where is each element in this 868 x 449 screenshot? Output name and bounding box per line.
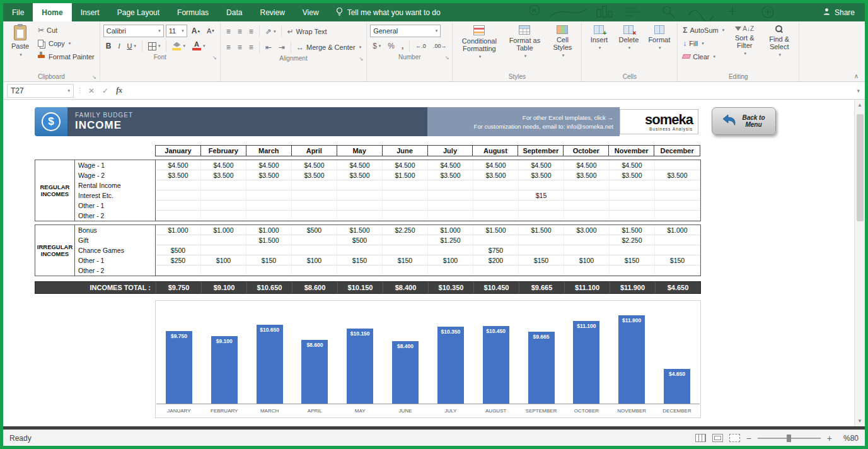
chart-bar[interactable]: $8.400 — [392, 341, 419, 404]
value-cell[interactable]: $4.500 — [292, 160, 337, 170]
number-dialog-launcher-icon[interactable]: ↘ — [445, 55, 449, 61]
total-cell[interactable]: $11.100 — [564, 282, 610, 293]
total-cell[interactable]: $9.665 — [519, 282, 564, 293]
value-cell[interactable] — [246, 201, 292, 211]
value-cell[interactable]: $150 — [610, 255, 655, 265]
value-cell[interactable] — [383, 211, 428, 221]
value-cell[interactable] — [246, 265, 292, 276]
value-cell[interactable]: $2.250 — [610, 235, 655, 245]
value-cell[interactable] — [201, 265, 246, 276]
value-cell[interactable]: $1.500 — [519, 225, 564, 235]
month-header-cell[interactable]: April — [292, 146, 337, 156]
back-to-menu-button[interactable]: Back to Menu — [712, 107, 776, 135]
value-cell[interactable] — [610, 211, 655, 221]
font-dialog-launcher-icon[interactable]: ↘ — [212, 55, 217, 61]
value-cell[interactable]: $3.500 — [610, 170, 655, 180]
value-cell[interactable] — [519, 201, 564, 211]
value-cell[interactable] — [201, 211, 246, 221]
value-cell[interactable] — [383, 245, 428, 255]
value-cell[interactable]: $750 — [473, 245, 519, 255]
value-cell[interactable]: $1.500 — [337, 225, 383, 235]
row-label[interactable]: Wage - 1 — [75, 160, 156, 170]
chart-bar[interactable]: $4.650 — [664, 369, 690, 404]
value-cell[interactable]: $1.000 — [428, 225, 473, 235]
value-cell[interactable] — [383, 235, 428, 245]
font-size-select[interactable]: 11▾ — [166, 25, 187, 37]
value-cell[interactable] — [655, 201, 700, 211]
value-cell[interactable] — [201, 201, 246, 211]
value-cell[interactable]: $1.000 — [246, 225, 292, 235]
row-label[interactable]: Other - 2 — [75, 211, 156, 221]
row-label[interactable]: Interest Etc. — [75, 190, 156, 201]
ribbon-tab-data[interactable]: Data — [217, 3, 251, 21]
ribbon-tab-insert[interactable]: Insert — [72, 3, 108, 21]
value-cell[interactable] — [156, 211, 201, 221]
value-cell[interactable] — [610, 180, 655, 190]
value-cell[interactable] — [292, 235, 337, 245]
value-cell[interactable]: $250 — [156, 255, 201, 265]
value-cell[interactable]: $3.500 — [201, 170, 246, 180]
align-top-button[interactable]: ≡ — [224, 25, 233, 38]
comma-style-button[interactable]: , — [399, 40, 406, 52]
total-cell[interactable]: $8.400 — [383, 282, 428, 293]
value-cell[interactable] — [292, 180, 337, 190]
value-cell[interactable] — [473, 201, 519, 211]
month-header-cell[interactable]: July — [428, 146, 473, 156]
find-select-button[interactable]: Find & Select ▾ — [763, 23, 796, 59]
total-cell[interactable]: $9.100 — [201, 282, 246, 293]
align-bottom-button[interactable]: ≡ — [246, 25, 256, 38]
value-cell[interactable]: $200 — [473, 255, 519, 265]
enter-icon[interactable]: ✓ — [100, 86, 111, 95]
value-cell[interactable] — [337, 211, 383, 221]
value-cell[interactable] — [564, 245, 610, 255]
value-cell[interactable] — [337, 190, 383, 201]
conditional-formatting-button[interactable]: Conditional Formatting ▾ — [456, 23, 502, 61]
month-header-cell[interactable]: May — [337, 146, 383, 156]
decrease-decimal-button[interactable]: .00→ — [431, 40, 449, 52]
value-cell[interactable] — [610, 245, 655, 255]
value-cell[interactable]: $150 — [337, 255, 383, 265]
value-cell[interactable] — [156, 190, 201, 201]
value-cell[interactable] — [519, 265, 564, 276]
value-cell[interactable]: $1.500 — [383, 170, 428, 180]
paste-button[interactable]: Paste▾ — [6, 23, 34, 61]
value-cell[interactable]: $4.500 — [201, 160, 246, 170]
value-cell[interactable] — [473, 190, 519, 201]
ribbon-tab-formulas[interactable]: Formulas — [168, 3, 217, 21]
formula-input[interactable] — [127, 84, 849, 98]
month-header-cell[interactable]: October — [564, 146, 609, 156]
value-cell[interactable] — [655, 235, 700, 245]
value-cell[interactable] — [519, 211, 564, 221]
delete-cells-button[interactable]: × Delete ▾ — [615, 23, 642, 52]
value-cell[interactable] — [428, 190, 473, 201]
font-name-select[interactable]: Calibri▾ — [103, 25, 164, 37]
value-cell[interactable] — [337, 265, 383, 276]
row-label[interactable]: Wage - 2 — [75, 170, 156, 180]
scrollbar-thumb[interactable] — [857, 114, 864, 221]
chart-bar[interactable]: $8.600 — [301, 340, 328, 404]
value-cell[interactable] — [292, 211, 337, 221]
decrease-indent-button[interactable]: ⇤ — [263, 41, 274, 54]
name-box[interactable]: T27 ▾ — [7, 84, 74, 98]
format-painter-button[interactable]: Format Painter — [36, 50, 96, 63]
chart-bar[interactable]: $9.665 — [528, 332, 555, 404]
value-cell[interactable]: $3.000 — [564, 225, 610, 235]
value-cell[interactable] — [292, 245, 337, 255]
value-cell[interactable] — [519, 235, 564, 245]
month-header-cell[interactable]: February — [201, 146, 246, 156]
chart-bar[interactable]: $11.100 — [573, 321, 599, 404]
row-label[interactable]: Other - 1 — [75, 201, 156, 211]
ribbon-tab-review[interactable]: Review — [251, 3, 293, 21]
value-cell[interactable] — [337, 180, 383, 190]
value-cell[interactable]: $3.500 — [428, 170, 473, 180]
value-cell[interactable] — [428, 265, 473, 276]
total-cell[interactable]: $10.150 — [337, 282, 383, 293]
cut-button[interactable]: ✂Cut — [36, 23, 96, 37]
chart-bar[interactable]: $10.650 — [257, 325, 283, 404]
value-cell[interactable]: $4.500 — [337, 160, 383, 170]
value-cell[interactable] — [564, 235, 610, 245]
zoom-slider-thumb[interactable] — [787, 434, 791, 442]
total-cell[interactable]: $4.650 — [655, 282, 700, 293]
decrease-font-size-button[interactable]: A▾ — [204, 25, 217, 37]
increase-font-size-button[interactable]: A▴ — [189, 25, 202, 37]
